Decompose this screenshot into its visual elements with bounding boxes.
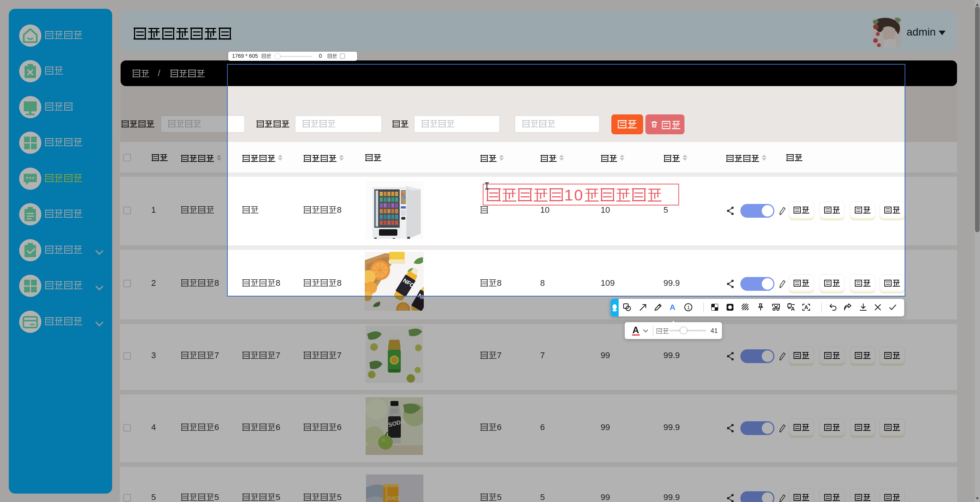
svg-text:1: 1: [687, 305, 690, 310]
svg-text:A: A: [670, 303, 675, 311]
svg-text:JUICE: JUICE: [387, 495, 400, 501]
svg-text:A: A: [791, 306, 795, 312]
svg-text:A: A: [804, 304, 808, 310]
